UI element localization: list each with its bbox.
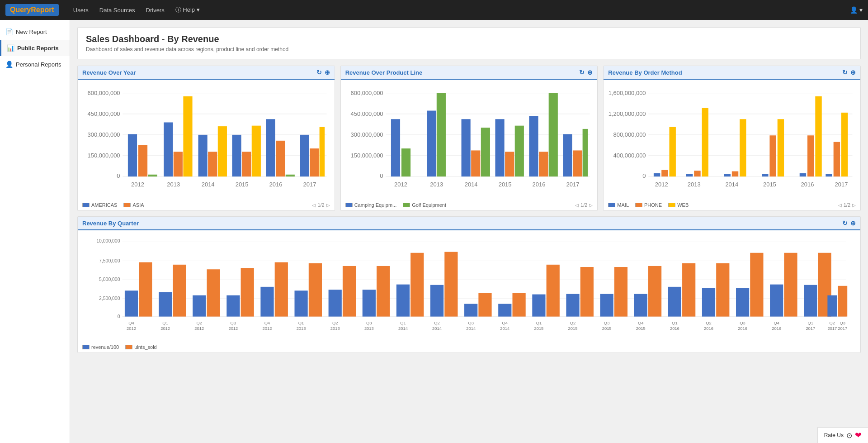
legend-label-web: WEB (677, 202, 689, 208)
svg-rect-123 (343, 266, 356, 317)
refresh-btn-product[interactable]: ↻ (579, 69, 585, 76)
legend-next-year[interactable]: ▷ (326, 203, 330, 208)
brand-logo[interactable]: QueryReport (5, 4, 59, 16)
svg-text:2012: 2012 (160, 326, 170, 331)
legend-camping: Camping Equipm... (345, 202, 397, 208)
svg-rect-131 (478, 293, 491, 317)
chart-revenue-over-year: Revenue Over Year ↻ ⊕ 600,000,000 450,00… (77, 66, 335, 211)
svg-rect-11 (138, 145, 147, 176)
legend-page-order: 1/2 (844, 202, 850, 208)
svg-rect-130 (464, 304, 477, 317)
svg-rect-17 (208, 152, 217, 176)
sidebar-item-personal-reports[interactable]: 👤 Personal Reports (0, 56, 70, 72)
svg-text:2016: 2016 (801, 181, 814, 188)
svg-rect-58 (573, 150, 582, 176)
bar-chart-revenue-year: 600,000,000 450,000,000 300,000,000 150,… (82, 83, 330, 200)
svg-text:Q2: Q2 (570, 321, 576, 326)
svg-text:Q2: Q2 (196, 321, 202, 326)
svg-text:2012: 2012 (127, 326, 136, 331)
svg-rect-111 (139, 262, 152, 317)
settings-btn-quarter[interactable]: ⊕ (850, 219, 856, 227)
legend-label-phone: PHONE (644, 202, 662, 208)
chart-actions-order-method: ↻ ⊕ (842, 69, 856, 76)
svg-text:600,000,000: 600,000,000 (350, 90, 383, 96)
chart-body-revenue-year: 600,000,000 450,000,000 300,000,000 150,… (78, 80, 335, 210)
refresh-btn-quarter[interactable]: ↻ (842, 219, 848, 227)
svg-text:400,000,000: 400,000,000 (613, 152, 646, 159)
svg-rect-85 (762, 174, 768, 176)
sidebar: 📄 New Report 📊 Public Reports 👤 Personal… (0, 20, 70, 443)
svg-text:5,000,000: 5,000,000 (99, 277, 120, 282)
legend-page-product: 1/2 (580, 202, 587, 208)
svg-rect-132 (498, 304, 511, 317)
svg-rect-44 (391, 119, 400, 176)
chart-body-product-line: 600,000,000 450,000,000 300,000,000 150,… (341, 80, 598, 210)
svg-rect-77 (662, 170, 668, 176)
legend-label-revenue100: revenue/100 (91, 344, 119, 350)
svg-text:Q4: Q4 (128, 321, 134, 326)
legend-prev-product[interactable]: ◁ (575, 203, 579, 208)
legend-order-method: MAIL PHONE WEB ◁ 1/2 ▷ (608, 202, 856, 208)
settings-btn-product[interactable]: ⊕ (587, 69, 593, 76)
svg-rect-47 (436, 93, 445, 176)
nav-datasources[interactable]: Data Sources (99, 7, 135, 14)
svg-text:Q3: Q3 (231, 321, 236, 326)
svg-rect-135 (547, 265, 560, 317)
sidebar-item-new-report[interactable]: 📄 New Report (0, 24, 70, 40)
svg-text:2014: 2014 (432, 326, 442, 331)
svg-rect-55 (539, 152, 548, 176)
svg-rect-59 (582, 129, 588, 176)
svg-rect-129 (444, 252, 458, 317)
github-icon: ⊙ (846, 431, 852, 440)
svg-text:2016: 2016 (269, 181, 283, 188)
user-menu[interactable]: 👤 ▾ (850, 6, 863, 14)
svg-text:Q2: Q2 (830, 321, 835, 326)
svg-rect-93 (841, 113, 848, 176)
svg-rect-21 (252, 126, 261, 176)
nav-users[interactable]: Users (73, 7, 89, 14)
svg-text:600,000,000: 600,000,000 (87, 90, 120, 96)
svg-text:1,200,000,000: 1,200,000,000 (609, 110, 646, 117)
svg-text:450,000,000: 450,000,000 (350, 110, 383, 117)
chart-header-product-line: Revenue Over Product Line ↻ ⊕ (341, 66, 598, 80)
svg-rect-49 (471, 150, 480, 176)
legend-label-americas: AMERICAS (91, 202, 117, 208)
rate-us-bar[interactable]: Rate Us ⊙ ❤ (817, 427, 868, 443)
svg-rect-121 (309, 263, 322, 317)
refresh-btn-order[interactable]: ↻ (842, 69, 848, 76)
chart-body-order-method: 1,600,000,000 1,200,000,000 800,000,000 … (604, 80, 860, 210)
svg-rect-149 (784, 253, 797, 317)
legend-next-product[interactable]: ▷ (589, 203, 593, 208)
bar-chart-quarter: 10,000,000 7,500,000 5,000,000 2,500,000… (82, 234, 856, 343)
svg-rect-122 (329, 290, 342, 317)
svg-text:2016: 2016 (738, 326, 747, 331)
svg-rect-48 (461, 119, 470, 176)
svg-text:2013: 2013 (430, 181, 443, 188)
refresh-btn-year[interactable]: ↻ (316, 69, 322, 76)
legend-prev-order[interactable]: ◁ (838, 203, 842, 208)
svg-text:2015: 2015 (763, 181, 776, 188)
svg-text:2017: 2017 (566, 181, 579, 188)
svg-rect-92 (834, 142, 840, 176)
nav-help[interactable]: ⓘ Help ▾ (175, 6, 200, 14)
svg-rect-142 (668, 287, 681, 317)
nav-drivers[interactable]: Drivers (146, 7, 165, 14)
svg-rect-79 (686, 174, 693, 176)
svg-rect-117 (241, 268, 254, 317)
svg-rect-90 (816, 96, 822, 176)
chart-title-product-line: Revenue Over Product Line (345, 69, 423, 76)
settings-btn-year[interactable]: ⊕ (325, 69, 330, 76)
chart-title-order-method: Revenue By Order Method (608, 69, 682, 76)
legend-prev-year[interactable]: ◁ (312, 203, 316, 208)
svg-text:2015: 2015 (236, 181, 249, 188)
svg-rect-54 (529, 116, 538, 176)
sidebar-item-public-reports[interactable]: 📊 Public Reports (0, 40, 70, 56)
legend-revenue100: revenue/100 (82, 344, 119, 350)
chart-revenue-product-line: Revenue Over Product Line ↻ ⊕ 600,000,00… (340, 66, 598, 211)
svg-rect-16 (198, 135, 208, 176)
svg-rect-133 (512, 293, 525, 317)
svg-text:Q4: Q4 (638, 321, 644, 326)
settings-btn-order[interactable]: ⊕ (850, 69, 856, 76)
legend-next-order[interactable]: ▷ (852, 203, 856, 208)
svg-text:7,500,000: 7,500,000 (99, 258, 120, 263)
